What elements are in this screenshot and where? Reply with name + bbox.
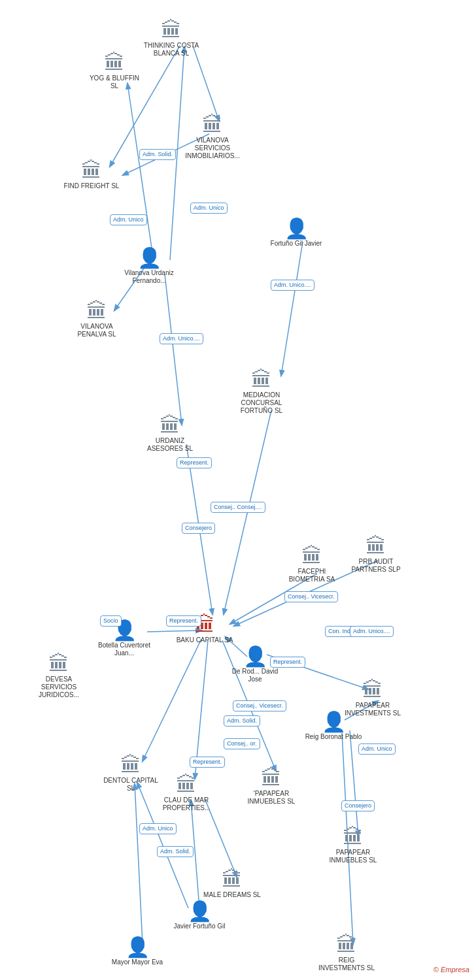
node-label: THINKING COSTA BLANCA SL <box>142 42 201 57</box>
building-icon: 🏛 <box>120 755 141 776</box>
node-label: FIND FREIGHT SL <box>64 182 120 190</box>
node-mayor_eva[interactable]: 👤Mayor Mayor Eva <box>108 938 167 966</box>
edge-label: Adm. Unico.... <box>271 280 314 291</box>
node-vilanova_urd[interactable]: 👤Vilanova Urdaniz Fernando... <box>120 248 178 285</box>
building-icon: 🏛 <box>104 52 125 73</box>
node-label: VILANOVA PENALVA SL <box>67 323 126 338</box>
node-label: Vilanova Urdaniz Fernando... <box>120 269 178 285</box>
person-icon: 👤 <box>188 902 212 921</box>
edge-label: Represent. <box>166 615 201 627</box>
node-fortuño_javier[interactable]: 👤Fortuño Gil Javier <box>267 219 326 248</box>
node-label: BAKU CAPITAL SA <box>177 636 233 644</box>
person-icon: 👤 <box>284 219 309 238</box>
node-urdaniz_asesores[interactable]: 🏛URDANIZ ASESORES SL <box>141 415 199 453</box>
node-label: CLAU DE MAR PROPERTIES... <box>157 796 216 812</box>
graph-container: 🏛THINKING COSTA BLANCA SL🏛YOG & BLUFFIN … <box>0 0 476 980</box>
node-prb_audit[interactable]: 🏛PRB AUDIT PARTNERS SLP <box>347 536 405 574</box>
node-thinking[interactable]: 🏛THINKING COSTA BLANCA SL <box>142 20 201 57</box>
node-label: PRB AUDIT PARTNERS SLP <box>347 558 405 574</box>
edge-label: Consejero <box>341 800 375 811</box>
node-label: Javier Fortuño Gil <box>174 923 226 930</box>
edge-label: Adm. Unico <box>190 203 228 214</box>
edge-label: Adm. Unico <box>139 823 177 834</box>
node-mediacion[interactable]: 🏛MEDIACION CONCURSAL FORTUÑO SL <box>232 369 291 415</box>
edge-label: Represent. <box>190 757 225 768</box>
node-label: Fortuño Gil Javier <box>271 240 322 248</box>
node-label: Reig Boronat Pablo <box>305 733 362 741</box>
edge-label: Represent. <box>177 457 212 468</box>
building-icon: 🏛 <box>176 774 197 795</box>
node-vilanova_pen[interactable]: 🏛VILANOVA PENALVA SL <box>67 301 126 338</box>
svg-line-17 <box>350 730 358 836</box>
node-devesa[interactable]: 🏛DEVESA SERVICIOS JURIDICOS... <box>29 653 88 699</box>
svg-line-7 <box>281 242 303 376</box>
building-icon: 🏛 <box>161 20 182 41</box>
edge-label: Adm. Unico <box>110 214 147 225</box>
building-icon: 🏛 <box>160 415 180 436</box>
building-icon: 🏛 <box>343 826 364 847</box>
node-papapear_inm[interactable]: 🏛'PAPAPEAR INMUEBLES SL <box>242 768 301 806</box>
building-icon: 🏛 <box>366 536 386 557</box>
watermark: © Empresa <box>434 966 469 973</box>
node-label: PAPAPEAR INMUEBLES SL <box>324 849 382 864</box>
edge-label: Adm. Solid. <box>139 149 176 160</box>
edge-label: Adm. Solid. <box>157 846 194 857</box>
node-vilanova_serv[interactable]: 🏛VILANOVA SERVICIOS INMOBILIARIOS... <box>183 114 242 160</box>
edge-label: Represent. <box>270 657 305 668</box>
edge-label: Consejero <box>182 523 215 534</box>
edge-label: Consej.. Vicesecr. <box>284 591 338 602</box>
edge-label: Adm. Unico <box>358 743 396 755</box>
node-label: VILANOVA SERVICIOS INMOBILIARIOS... <box>183 137 242 160</box>
node-find_freight[interactable]: 🏛FIND FREIGHT SL <box>62 160 121 190</box>
person-icon: 👤 <box>126 938 150 957</box>
node-papapear_inm2[interactable]: 🏛PAPAPEAR INMUEBLES SL <box>324 826 382 864</box>
node-label: De Rod... David Jose <box>226 668 284 683</box>
building-icon: 🏛 <box>251 369 272 390</box>
node-clau_de_mar[interactable]: 🏛CLAU DE MAR PROPERTIES... <box>157 774 216 812</box>
node-label: DEVESA SERVICIOS JURIDICOS... <box>29 676 88 699</box>
node-reig_boronat[interactable]: 👤Reig Boronat Pablo <box>304 712 363 741</box>
building-icon: 🏛 <box>202 114 223 135</box>
svg-line-25 <box>135 784 143 944</box>
svg-line-4 <box>128 84 154 261</box>
node-javier_fortuño[interactable]: 👤Javier Fortuño Gil <box>170 902 229 930</box>
node-label: 'PAPAPEAR INMUEBLES SL <box>242 790 301 806</box>
edge-label: Adm. Unico.... <box>160 333 203 344</box>
edge-label: Consej.. Vicesecr. <box>233 700 286 711</box>
building-icon: 🏛 <box>48 653 69 674</box>
node-reig_inv[interactable]: 🏛REIG INVESTMENTS SL <box>317 934 376 972</box>
node-label: FACEPHI BIOMETRIA SA <box>282 568 341 583</box>
building-icon: 🏛 <box>336 934 357 955</box>
person-icon: 👤 <box>137 248 162 268</box>
edge-label: Consej.. or. <box>224 738 260 749</box>
node-label: REIG INVESTMENTS SL <box>317 956 376 972</box>
node-label: Mayor Mayor Eva <box>112 958 163 966</box>
node-dentol[interactable]: 🏛DENTOL CAPITAL SL <box>101 755 160 792</box>
edge-label: Adm. Solid. <box>224 715 260 727</box>
building-icon: 🏛 <box>301 546 322 566</box>
building-icon: 🏛 <box>362 679 383 700</box>
node-label: MALE DREAMS SL <box>203 891 261 899</box>
node-label: URDANIZ ASESORES SL <box>141 437 199 453</box>
edge-label: Socio <box>100 615 122 627</box>
svg-line-8 <box>165 274 182 425</box>
node-label: Botella Cuvertoret Juan... <box>95 642 154 657</box>
node-facephi[interactable]: 🏛FACEPHI BIOMETRIA SA <box>282 546 341 583</box>
person-icon: 👤 <box>322 712 346 732</box>
edge-label: Consej.. Consej.... <box>211 502 265 513</box>
edge-label: Adm. Unico.... <box>350 626 394 637</box>
node-male_dreams[interactable]: 🏛MALE DREAMS SL <box>203 869 262 899</box>
building-icon: 🏛 <box>86 301 107 321</box>
node-yog[interactable]: 🏛YOG & BLUFFIN SL <box>85 52 144 90</box>
person-icon: 👤 <box>243 647 267 666</box>
node-label: MEDIACION CONCURSAL FORTUÑO SL <box>232 391 291 415</box>
building-icon: 🏛 <box>222 869 243 890</box>
node-label: DENTOL CAPITAL SL <box>101 777 160 792</box>
building-icon: 🏛 <box>261 768 282 789</box>
svg-line-19 <box>143 639 201 761</box>
node-label: YOG & BLUFFIN SL <box>85 74 144 90</box>
building-icon: 🏛 <box>81 160 102 181</box>
